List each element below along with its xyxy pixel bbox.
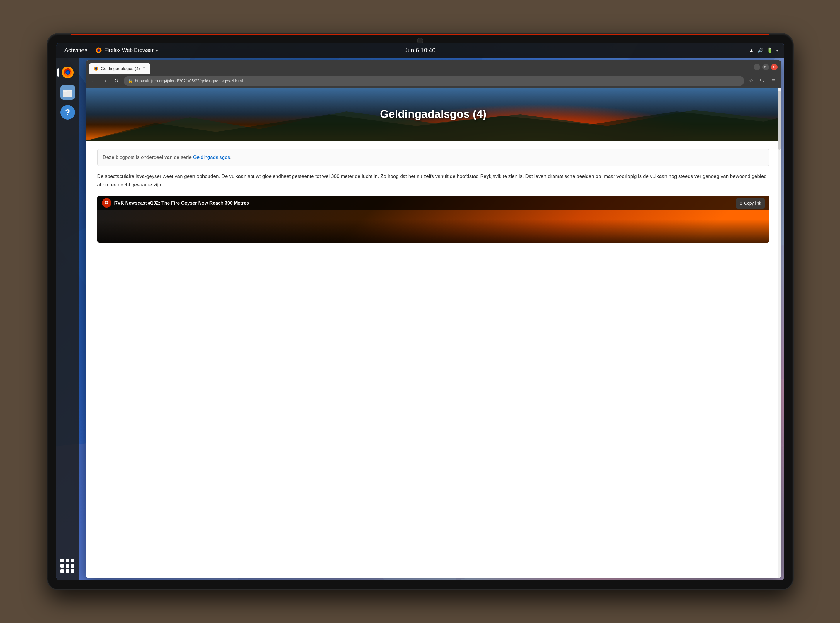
- firefox-dock-icon: [61, 65, 75, 80]
- top-bar-left: Activities Firefox Web Browser ▾: [62, 46, 158, 55]
- new-tab-button[interactable]: +: [152, 66, 161, 74]
- page-scrollbar[interactable]: [777, 88, 781, 578]
- dock-icon-help[interactable]: ?: [59, 104, 76, 121]
- svg-rect-22: [63, 90, 67, 92]
- wifi-icon: ▲: [749, 48, 754, 53]
- datetime-label: Jun 6 10:46: [405, 47, 435, 53]
- browser-toolbar: ← → ↻ 🔒 https://luijten.org/ijsland/2021…: [86, 74, 781, 88]
- series-notice-box: Deze blogpost is onderdeel van de serie …: [97, 149, 770, 166]
- reload-button[interactable]: ↻: [112, 76, 121, 86]
- tablet-shell: Activities Firefox Web Browser ▾: [47, 33, 794, 590]
- files-dock-icon: [60, 85, 75, 100]
- browser-titlebar: Geldingadalsgos (4) ✕ + − □ ✕: [86, 60, 781, 74]
- dock-icon-firefox[interactable]: [59, 64, 76, 81]
- app-menu-arrow[interactable]: ▾: [156, 48, 158, 53]
- article-paragraph: De spectaculaire lava-geyser weet van ge…: [97, 172, 770, 189]
- svg-rect-21: [63, 91, 72, 97]
- page-hero-image: Geldingadalsgos (4): [86, 88, 781, 141]
- volume-icon: 🔊: [757, 48, 763, 53]
- system-menu-arrow[interactable]: ▾: [776, 48, 778, 53]
- tablet-screen: Activities Firefox Web Browser ▾: [56, 43, 784, 580]
- top-bar: Activities Firefox Web Browser ▾: [56, 43, 784, 58]
- help-dock-icon: ?: [60, 105, 75, 120]
- article-hero-title: Geldingadalsgos (4): [380, 108, 487, 121]
- top-bar-clock[interactable]: Jun 6 10:46: [405, 47, 435, 54]
- svg-point-15: [98, 49, 100, 51]
- video-overlay: [97, 219, 770, 243]
- rvk-logo-icon: G: [102, 198, 111, 207]
- video-embed-card[interactable]: G RVK Newscast #102: The Fire Geyser Now…: [97, 196, 770, 243]
- apps-grid-icon: [60, 559, 75, 574]
- url-text: https://luijten.org/ijsland/2021/05/23/g…: [135, 78, 243, 83]
- dock-icon-files[interactable]: [59, 84, 76, 101]
- browser-tab-active[interactable]: Geldingadalsgos (4) ✕: [89, 63, 150, 74]
- files-icon-svg: [63, 87, 73, 98]
- activities-button[interactable]: Activities: [62, 46, 90, 55]
- copy-icon: ⧉: [739, 200, 742, 207]
- top-bar-right: ▲ 🔊 🔋 ▾: [749, 48, 778, 53]
- video-header-bar: G RVK Newscast #102: The Fire Geyser Now…: [97, 196, 770, 210]
- article-body: Deze blogpost is onderdeel van de serie …: [86, 141, 781, 251]
- back-button[interactable]: ←: [89, 76, 98, 86]
- security-lock-icon: 🔒: [128, 78, 133, 83]
- close-button[interactable]: ✕: [771, 64, 777, 71]
- window-controls: − □ ✕: [754, 64, 777, 71]
- copy-link-label: Copy link: [744, 200, 761, 207]
- bookmark-page-button[interactable]: ☆: [747, 76, 756, 86]
- app-name-label: Firefox Web Browser: [104, 47, 153, 53]
- maximize-button[interactable]: □: [762, 64, 769, 71]
- browser-window: Geldingadalsgos (4) ✕ + − □ ✕ ← →: [86, 60, 781, 578]
- address-bar[interactable]: 🔒 https://luijten.org/ijsland/2021/05/23…: [124, 76, 744, 86]
- menu-button[interactable]: ≡: [769, 76, 778, 86]
- series-link[interactable]: Geldingadalsgos: [193, 155, 230, 160]
- tab-bar: Geldingadalsgos (4) ✕ +: [89, 60, 751, 74]
- tab-title: Geldingadalsgos (4): [101, 66, 140, 71]
- forward-button[interactable]: →: [100, 76, 110, 86]
- tab-favicon: [94, 66, 98, 71]
- dock-show-apps[interactable]: [59, 558, 76, 575]
- rvk-logo-letter: G: [105, 199, 108, 206]
- minimize-button[interactable]: −: [754, 64, 760, 71]
- extensions-button[interactable]: 🛡: [758, 76, 767, 86]
- scrollbar-thumb[interactable]: [778, 91, 780, 149]
- browser-content: Geldingadalsgos (4) Deze blogpost is ond…: [86, 88, 781, 578]
- desktop-background: Activities Firefox Web Browser ▾: [56, 43, 784, 580]
- toolbar-right-buttons: ☆ 🛡 ≡: [747, 76, 778, 86]
- video-title: RVK Newscast #102: The Fire Geyser Now R…: [114, 199, 249, 207]
- app-indicator[interactable]: Firefox Web Browser ▾: [95, 47, 158, 54]
- copy-link-button[interactable]: ⧉ Copy link: [736, 198, 765, 209]
- left-dock: ?: [56, 58, 79, 580]
- series-text: Deze blogpost is onderdeel van de serie: [103, 155, 193, 160]
- series-end: .: [230, 155, 231, 160]
- svg-point-19: [66, 71, 69, 74]
- tab-close-button[interactable]: ✕: [142, 66, 145, 71]
- firefox-taskbar-icon: [95, 47, 102, 54]
- svg-point-35: [95, 68, 97, 70]
- battery-icon: 🔋: [767, 48, 773, 53]
